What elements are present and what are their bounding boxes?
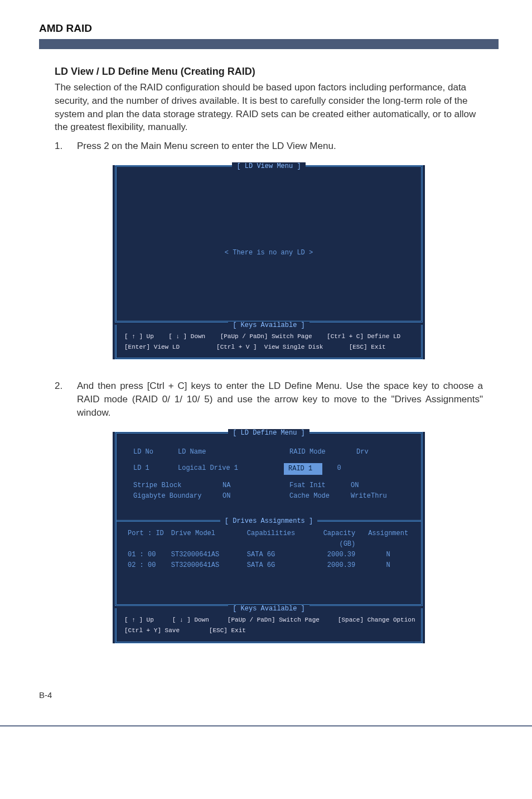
val-drv: 0 (322, 463, 356, 475)
val-port: 01 : 00 (128, 550, 171, 560)
bios-screenshot-ld-define: [ LD Define Menu ] LD No LD Name RAID Mo… (113, 432, 425, 643)
document-title: AMD RAID (39, 22, 499, 35)
key-hint-line: [Ctrl + Y] Save [ESC] Exit (124, 625, 413, 636)
col-raid-mode: RAID Mode (289, 447, 356, 458)
keys-available-title: [ Keys Available ] (228, 605, 309, 613)
section-heading: LD View / LD Define Menu (Creating RAID) (55, 66, 483, 78)
key-hint-line: [Enter] View LD [Ctrl + V ] View Single … (124, 342, 413, 353)
drives-assignments-title: [ Drives Assignments ] (220, 517, 317, 525)
key-hint-line: [ ↑ ] Up [ ↓ ] Down [PaUp / PaDn] Switch… (124, 615, 413, 625)
bios-window-title: [ LD View Menu ] (232, 162, 305, 170)
step-text: And then press [Ctrl + C] keys to enter … (77, 379, 483, 419)
key-hint-line: [ ↑ ] Up [ ↓ ] Down [PaUp / PaDn] Switch… (124, 331, 413, 342)
intro-paragraph: The selection of the RAID configuration … (55, 81, 483, 134)
val-capacity: 2000.39 (307, 560, 366, 571)
header-divider (39, 39, 499, 49)
lbl-fast-init: Fsat Init (289, 480, 351, 491)
col-port-id: Port : ID (128, 528, 171, 550)
step-text: Press 2 on the Main Menu screen to enter… (77, 139, 483, 153)
val-stripe-block: NA (223, 480, 289, 491)
bios-screenshot-ld-view: [ LD View Menu ] < There is no any LD > … (113, 165, 425, 359)
footer-divider (0, 725, 532, 726)
lbl-cache-mode: Cache Mode (289, 491, 351, 502)
col-capabilities: Capabilities (247, 528, 307, 550)
val-ld: LD 1 (133, 463, 178, 475)
step-item: 2. And then press [Ctrl + C] keys to ent… (55, 379, 483, 419)
lbl-stripe-block: Stripe Block (133, 480, 223, 491)
val-assignment: N (366, 550, 410, 560)
col-drive-model: Drive Model (171, 528, 247, 550)
val-capabilities: SATA 6G (247, 560, 307, 571)
val-cache-mode: WriteThru (351, 491, 387, 502)
col-drv: Drv (356, 447, 369, 458)
val-assignment: N (366, 560, 410, 571)
step-number: 1. (55, 139, 67, 153)
val-raid-mode-selected: RAID 1 (284, 463, 322, 475)
val-capacity: 2000.39 (307, 550, 366, 560)
val-model: ST32000641AS (171, 560, 247, 571)
step-number: 2. (55, 379, 67, 419)
page-number: B-4 (39, 690, 52, 700)
val-model: ST32000641AS (171, 550, 247, 560)
step-item: 1. Press 2 on the Main Menu screen to en… (55, 139, 483, 153)
lbl-gb-boundary: Gigabyte Boundary (133, 491, 223, 502)
val-fast-init: ON (351, 480, 359, 491)
col-ld-no: LD No (133, 447, 178, 458)
col-capacity: Capacity (GB) (307, 528, 366, 550)
val-capabilities: SATA 6G (247, 550, 307, 560)
drive-row: 01 : 00 ST32000641AS SATA 6G 2000.39 N (128, 550, 410, 560)
val-ld-name: Logical Drive 1 (178, 463, 284, 475)
bios-window-title: [ LD Define Menu ] (228, 429, 309, 437)
no-ld-message: < There is no any LD > (225, 249, 313, 257)
col-ld-name: LD Name (178, 447, 289, 458)
col-assignment: Assignment (366, 528, 410, 550)
keys-available-title: [ Keys Available ] (228, 321, 309, 329)
val-port: 02 : 00 (128, 560, 171, 571)
drive-row: 02 : 00 ST32000641AS SATA 6G 2000.39 N (128, 560, 410, 571)
drives-header-row: Port : ID Drive Model Capabilities Capac… (128, 528, 410, 550)
val-gb-boundary: ON (223, 491, 289, 502)
